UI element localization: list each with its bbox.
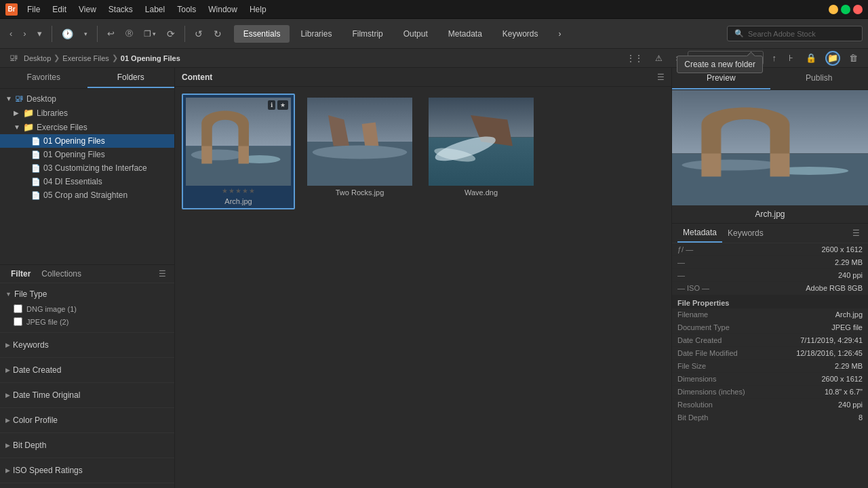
new-folder-button[interactable]: 📁 xyxy=(825,51,840,66)
nav-back-button[interactable]: ‹ xyxy=(5,26,16,41)
metadata-menu-icon[interactable]: ☰ xyxy=(850,226,863,241)
tab-output[interactable]: Output xyxy=(394,25,437,43)
breadcrumb-sep-1: ❯ xyxy=(54,54,60,62)
filter-section-color-profile-title[interactable]: ▶ Color Profile xyxy=(5,412,169,428)
nav-forward-button[interactable]: › xyxy=(19,26,30,41)
metadata-file-properties-title: File Properties xyxy=(672,295,868,308)
tab-libraries[interactable]: Libraries xyxy=(291,25,341,43)
filter-section-iso-speed-title[interactable]: ▶ ISO Speed Ratings xyxy=(5,462,169,479)
nav-dropdown-2-button[interactable]: ▾ xyxy=(80,28,92,40)
tree-label-01: 01 Opening Files xyxy=(43,136,105,146)
nav-tabs: Essentials Libraries Filmstrip Output Me… xyxy=(234,25,571,43)
delete-icon[interactable]: 🗑 xyxy=(846,52,861,64)
menu-stacks[interactable]: Stacks xyxy=(103,3,138,16)
view-options-icon[interactable]: ⊦ xyxy=(785,52,797,64)
preview-tab-publish[interactable]: Publish xyxy=(770,68,869,89)
tree-item-04-di-essentials[interactable]: 📄 04 DI Essentials xyxy=(0,175,174,188)
menu-window[interactable]: Window xyxy=(203,3,243,16)
bit-depth-value: 8 xyxy=(771,413,863,422)
thumbnail-wave-dng[interactable]: Wave.dng xyxy=(425,94,538,209)
thumbnail-two-rocks-jpg[interactable]: Two Rocks.jpg xyxy=(303,94,416,209)
breadcrumb-desktop[interactable]: Desktop xyxy=(24,54,51,62)
metadata-panel: Metadata Keywords ☰ ƒ/ — 2600 x 1612 — 2… xyxy=(672,224,868,488)
toolbar: ‹ › ▾ 🕐 ▾ ↩ Ⓡ ❐▾ ⟳ ↺ ↻ Essentials Librar… xyxy=(0,19,868,49)
menu-help[interactable]: Help xyxy=(244,3,272,16)
menu-label[interactable]: Label xyxy=(140,3,170,16)
menu-edit[interactable]: Edit xyxy=(47,3,72,16)
tree-item-03-customizing[interactable]: 📄 03 Customizing the Interface xyxy=(0,161,174,175)
tree-item-libraries[interactable]: ▶ 📁 Libraries xyxy=(0,106,174,120)
filter-section-file-type-title[interactable]: ▼ File Type xyxy=(5,286,169,302)
tab-filmstrip[interactable]: Filmstrip xyxy=(342,25,392,43)
metadata-row-bit-depth: Bit Depth 8 xyxy=(672,411,868,424)
thumb-info-icon[interactable]: ℹ xyxy=(268,100,275,110)
tab-keywords[interactable]: Keywords xyxy=(493,25,548,43)
search-box[interactable]: 🔍 Search Adobe Stock xyxy=(727,26,863,41)
sidebar-tab-folders[interactable]: Folders xyxy=(87,68,175,88)
filter-section-date-created-title[interactable]: ▶ Date Created xyxy=(5,362,169,378)
tab-essentials[interactable]: Essentials xyxy=(234,25,290,43)
breadcrumb-exercise-files[interactable]: Exercise Files xyxy=(62,54,108,62)
filter-tab-filter[interactable]: Filter xyxy=(5,265,36,283)
filter-icon[interactable]: ⚠ xyxy=(652,52,666,64)
menu-file[interactable]: File xyxy=(22,3,45,16)
tree-item-02-document-navigation[interactable]: 📄 01 Opening Files xyxy=(0,148,174,161)
nav-dropdown-button[interactable]: ▾ xyxy=(33,26,46,41)
title-bar: Br File Edit View Stacks Label Tools Win… xyxy=(0,0,868,19)
tree-item-exercise-files[interactable]: ▼ 📁 Exercise Files xyxy=(0,120,174,134)
breadcrumb-icon: 🖳 xyxy=(7,53,21,63)
copy-button[interactable]: ❐▾ xyxy=(140,26,160,41)
batch-rename-button[interactable]: Ⓡ xyxy=(121,26,137,41)
arch-canvas xyxy=(186,98,291,186)
tree-item-desktop[interactable]: ▼ 🖳 Desktop xyxy=(0,92,174,106)
thumbnail-arch-jpg[interactable]: ℹ ★ ★ ★ ★ ★ ★ Arch.jpg xyxy=(182,94,295,209)
minimize-button[interactable] xyxy=(829,5,838,14)
menu-view[interactable]: View xyxy=(73,3,102,16)
tree-item-05-crop[interactable]: 📄 05 Crop and Straighten xyxy=(0,188,174,202)
filter-divider-7 xyxy=(0,483,174,483)
sort-order-icon[interactable]: ↑ xyxy=(769,52,781,64)
view-toggle-icon[interactable]: ⋮⋮ xyxy=(623,52,646,64)
lock-icon[interactable]: 🔒 xyxy=(802,52,820,64)
star-2: ★ xyxy=(229,187,235,195)
filter-section-keywords-title[interactable]: ▶ Keywords xyxy=(5,337,169,353)
metadata-filesize-value: 2.29 MB xyxy=(771,258,863,266)
star-1: ★ xyxy=(222,187,228,195)
breadcrumb-sep-2: ❯ xyxy=(112,54,118,62)
doc-type-value: JPEG file xyxy=(771,323,863,331)
metadata-tab-metadata[interactable]: Metadata xyxy=(677,224,722,243)
thumb-star-icon[interactable]: ★ xyxy=(277,100,288,110)
file-icon-02: 📄 xyxy=(31,150,41,159)
file-icon-03: 📄 xyxy=(31,164,41,173)
tree-label-03: 03 Customizing the Interface xyxy=(43,163,147,173)
content-menu-icon[interactable]: ☰ xyxy=(657,73,665,82)
filter-section-date-time-original-title[interactable]: ▶ Date Time Original xyxy=(5,387,169,403)
menu-tools[interactable]: Tools xyxy=(172,3,201,16)
filter-checkbox-dng[interactable] xyxy=(14,304,22,313)
tab-more[interactable]: › xyxy=(549,25,571,43)
filter-section-bit-depth-title[interactable]: ▶ Bit Depth xyxy=(5,437,169,453)
rotate-right-button[interactable]: ↻ xyxy=(210,26,226,42)
filter-checkbox-jpeg[interactable] xyxy=(14,317,22,326)
date-modified-label: Date File Modified xyxy=(677,349,770,357)
breadcrumb-current[interactable]: 01 Opening Files xyxy=(121,54,180,62)
wave-thumbnail-name: Wave.dng xyxy=(465,188,498,197)
filter-menu-icon[interactable]: ☰ xyxy=(156,266,169,281)
refresh-button[interactable]: ⟳ xyxy=(163,26,179,42)
filter-tabs: Filter Collections ☰ xyxy=(0,265,174,283)
metadata-colorspace-value: Adobe RGB 8GB xyxy=(771,284,863,292)
filter-label-color-profile: Color Profile xyxy=(13,415,58,425)
close-button[interactable] xyxy=(853,5,863,14)
filter-section-file-type: ▼ File Type DNG image (1) JPEG file (2) xyxy=(0,283,174,331)
arch-star-rating: ★ ★ ★ ★ ★ xyxy=(222,187,255,195)
metadata-tab-keywords[interactable]: Keywords xyxy=(722,224,769,242)
tab-metadata[interactable]: Metadata xyxy=(439,25,492,43)
tree-item-01-opening-files[interactable]: 📄 01 Opening Files xyxy=(0,134,174,148)
recent-files-button[interactable]: 🕐 xyxy=(58,26,77,42)
return-button[interactable]: ↩ xyxy=(103,26,119,41)
sidebar-tab-favorites[interactable]: Favorites xyxy=(0,68,87,88)
dimensions-value: 2600 x 1612 xyxy=(771,375,863,383)
maximize-button[interactable] xyxy=(841,5,850,14)
filter-tab-collections[interactable]: Collections xyxy=(36,265,87,283)
rotate-left-button[interactable]: ↺ xyxy=(191,26,207,42)
